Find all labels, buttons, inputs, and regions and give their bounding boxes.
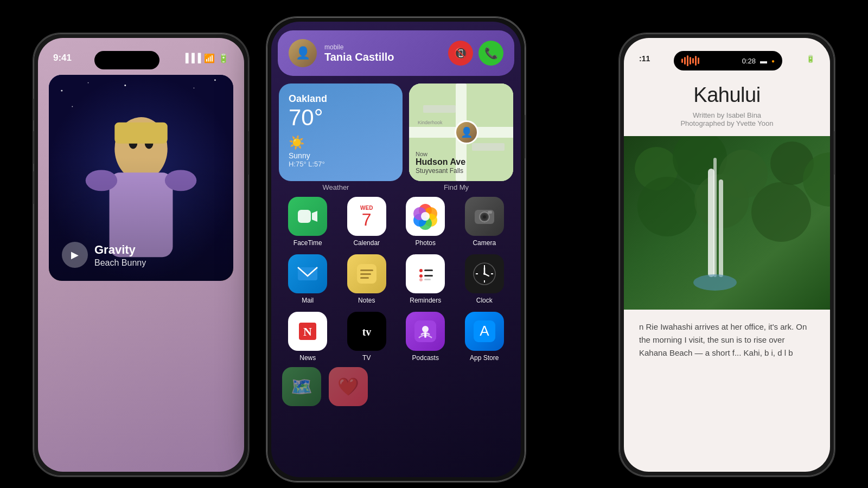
right-battery-icon: 🔋 xyxy=(806,55,815,63)
app-grid: FaceTime WED 7 Calendar xyxy=(282,197,510,362)
svg-text:tv: tv xyxy=(362,326,371,338)
track-info: Gravity Beach Bunny xyxy=(94,243,146,268)
left-statusbar: 9:41 ▐▐▐ 📶 🔋 xyxy=(38,38,244,69)
battery-right-icon: ▬ xyxy=(760,57,767,65)
right-status-extra: 🔋 xyxy=(806,55,815,63)
app-health-partial[interactable]: ❤️ xyxy=(329,367,368,406)
volume-down-button[interactable] xyxy=(33,171,35,204)
right-phone-screen: :11 0:28 ▬ ● 🔋 xyxy=(624,38,830,472)
waveform-bar-3 xyxy=(687,55,688,66)
accept-icon: 📞 xyxy=(484,47,498,60)
svg-point-42 xyxy=(419,274,423,278)
camera-label: Camera xyxy=(473,239,496,247)
weather-widget-label: Weather xyxy=(279,183,393,191)
app-mail[interactable]: Mail xyxy=(282,254,334,304)
svg-rect-20 xyxy=(298,210,311,223)
svg-rect-62 xyxy=(424,332,426,338)
weather-widget[interactable]: Oakland 70° ☀️ Sunny H:75° L:57° xyxy=(279,84,403,181)
app-camera[interactable]: Camera xyxy=(459,197,510,247)
widget-labels: Weather Find My xyxy=(279,183,513,191)
app-maps-partial[interactable]: 🗺️ xyxy=(282,367,321,406)
charging-dot: ● xyxy=(771,58,775,64)
maps-icon: 🗺️ xyxy=(282,367,321,406)
app-reminders[interactable]: Reminders xyxy=(400,254,451,304)
app-appstore[interactable]: A App Store xyxy=(459,312,510,362)
weather-sun-icon: ☀️ xyxy=(289,135,393,150)
svg-rect-38 xyxy=(360,277,369,279)
app-notes[interactable]: Notes xyxy=(341,254,393,304)
left-phone-screen: 9:41 ▐▐▐ 📶 🔋 xyxy=(38,38,244,472)
app-calendar[interactable]: WED 7 Calendar xyxy=(341,197,393,247)
mail-label: Mail xyxy=(302,297,314,304)
svg-point-3 xyxy=(124,85,126,86)
svg-marker-21 xyxy=(312,211,317,222)
clock-label: Clock xyxy=(476,297,493,304)
app-news[interactable]: N News xyxy=(282,312,334,362)
weather-city: Oakland xyxy=(289,93,393,105)
track-title: Gravity xyxy=(94,243,146,257)
waveform-bar-5 xyxy=(692,58,694,63)
maps-icon-symbol: 🗺️ xyxy=(291,376,312,397)
article-written-by-text: Written by Isabel Bina xyxy=(624,111,830,119)
call-buttons: 📵 📞 xyxy=(448,41,503,66)
left-phone: 9:41 ▐▐▐ 📶 🔋 xyxy=(33,33,250,477)
app-facetime[interactable]: FaceTime xyxy=(282,197,334,247)
svg-point-71 xyxy=(637,177,697,236)
app-podcasts[interactable]: Podcasts xyxy=(400,312,451,362)
notes-icon xyxy=(347,254,386,293)
map-background: Kinderhook 👤 Now Hudson Ave Stuyvesant F… xyxy=(409,84,513,181)
power-button[interactable] xyxy=(247,131,250,175)
waveform-bar-2 xyxy=(684,57,686,65)
svg-point-10 xyxy=(165,170,196,191)
app-photos[interactable]: Photos xyxy=(400,197,451,247)
play-button[interactable]: ▶ xyxy=(62,242,88,268)
svg-point-77 xyxy=(693,274,737,291)
signal-icon: ▐▐▐ xyxy=(182,53,201,63)
podcasts-label: Podcasts xyxy=(412,354,439,362)
right-power-button[interactable] xyxy=(833,131,835,175)
calendar-day-number: 7 xyxy=(362,211,372,228)
camera-icon xyxy=(465,197,504,236)
svg-point-2 xyxy=(88,82,89,84)
news-icon: N xyxy=(288,312,327,351)
accept-call-button[interactable]: 📞 xyxy=(478,41,503,66)
podcasts-icon xyxy=(406,312,445,351)
app-tv[interactable]: tv TV xyxy=(341,312,393,362)
album-artwork[interactable]: ▶ Gravity Beach Bunny xyxy=(49,75,233,281)
wifi-icon: 📶 xyxy=(204,53,215,63)
audio-time: 0:28 xyxy=(742,57,756,65)
article-written-by: Written by Isabel Bina Photographed by Y… xyxy=(624,111,830,136)
decline-call-button[interactable]: 📵 xyxy=(448,41,473,66)
waveform-bar-1 xyxy=(681,59,683,63)
clock-icon xyxy=(465,254,504,293)
center-power-button[interactable] xyxy=(524,115,526,158)
decline-icon: 📵 xyxy=(454,47,468,60)
calendar-icon: WED 7 xyxy=(347,197,386,236)
svg-point-44 xyxy=(419,278,423,281)
mute-button[interactable] xyxy=(33,99,35,120)
svg-rect-76 xyxy=(713,158,717,277)
map-now-label: Now xyxy=(416,151,465,157)
left-time: 9:41 xyxy=(53,53,72,63)
app-clock[interactable]: Clock xyxy=(459,254,510,304)
map-street: Hudson Ave xyxy=(416,157,465,167)
widget-row: Oakland 70° ☀️ Sunny H:75° L:57° Kinder xyxy=(279,84,513,181)
svg-point-9 xyxy=(86,170,117,191)
center-phone: 👤 mobile Tania Castillo 📵 📞 Oakland 70° … xyxy=(266,16,526,483)
photos-label: Photos xyxy=(416,239,436,247)
incoming-call-notification[interactable]: 👤 mobile Tania Castillo 📵 📞 xyxy=(278,30,514,76)
map-location-info: Now Hudson Ave Stuyvesant Falls xyxy=(416,151,465,175)
play-icon: ▶ xyxy=(71,249,79,261)
svg-text:A: A xyxy=(480,323,489,339)
right-statusbar: :11 0:28 ▬ ● 🔋 xyxy=(624,38,830,70)
left-status-icons: ▐▐▐ 📶 🔋 xyxy=(182,53,229,63)
svg-rect-17 xyxy=(423,105,456,113)
svg-point-5 xyxy=(214,79,216,81)
audio-waveform xyxy=(681,55,699,66)
weather-condition: Sunny xyxy=(289,151,393,160)
appstore-label: App Store xyxy=(470,354,499,362)
svg-rect-75 xyxy=(719,179,723,277)
caller-avatar: 👤 xyxy=(289,39,317,67)
find-my-widget[interactable]: Kinderhook 👤 Now Hudson Ave Stuyvesant F… xyxy=(409,84,513,181)
volume-up-button[interactable] xyxy=(33,131,35,164)
